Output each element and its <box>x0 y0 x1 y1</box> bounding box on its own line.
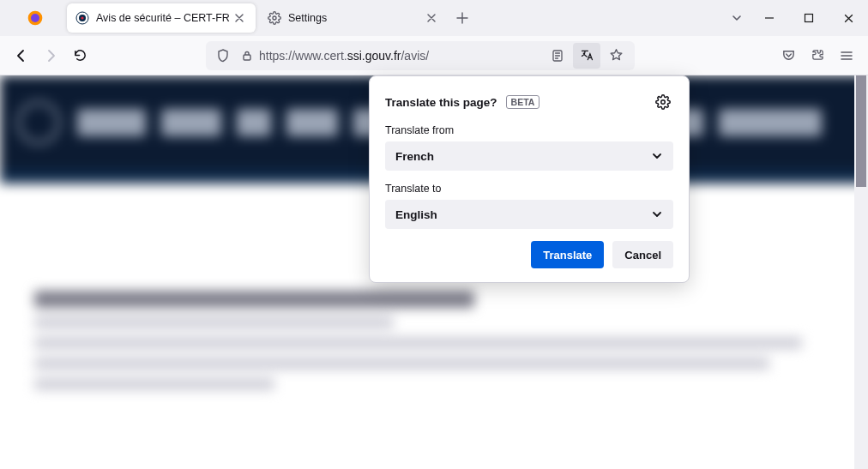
scrollbar-thumb[interactable] <box>856 75 866 187</box>
firefox-logo <box>5 9 65 27</box>
svg-point-1 <box>31 14 39 22</box>
translate-from-label: Translate from <box>385 124 673 136</box>
translate-from-value: French <box>395 150 434 163</box>
pocket-icon[interactable] <box>774 41 803 70</box>
tab-close-icon[interactable] <box>232 10 247 26</box>
translate-button[interactable]: Translate <box>531 241 604 268</box>
bookmark-star-icon[interactable] <box>602 43 630 69</box>
url-text: https://www.cert.ssi.gouv.fr/avis/ <box>259 49 542 63</box>
svg-rect-6 <box>805 15 813 22</box>
titlebar: Avis de sécurité – CERT-FR Settings <box>0 0 868 36</box>
nav-forward-button[interactable] <box>36 41 65 70</box>
beta-badge: BETA <box>506 95 540 109</box>
translate-to-value: English <box>395 208 437 221</box>
translate-icon[interactable] <box>573 43 600 69</box>
tab-favicon <box>75 11 89 25</box>
tab-title: Avis de sécurité – CERT-FR <box>96 12 232 24</box>
window-close-button[interactable] <box>829 0 868 36</box>
url-input[interactable]: https://www.cert.ssi.gouv.fr/avis/ <box>206 41 635 70</box>
window-controls <box>750 0 868 36</box>
vertical-scrollbar[interactable] <box>854 75 868 469</box>
translate-from-select[interactable]: French <box>385 141 673 171</box>
chevron-down-icon <box>651 208 663 220</box>
svg-point-4 <box>81 16 83 19</box>
svg-rect-7 <box>244 55 250 60</box>
address-bar: https://www.cert.ssi.gouv.fr/avis/ <box>0 36 868 75</box>
new-tab-button[interactable] <box>449 5 475 31</box>
extensions-icon[interactable] <box>803 41 832 70</box>
popup-settings-button[interactable] <box>653 92 673 112</box>
tabs-dropdown-icon[interactable] <box>724 5 750 31</box>
window-minimize-button[interactable] <box>750 0 789 36</box>
translate-to-select[interactable]: English <box>385 200 673 229</box>
svg-point-5 <box>273 16 276 20</box>
translate-popup: Translate this page? BETA Translate from… <box>369 75 690 283</box>
gear-icon <box>268 11 281 25</box>
cancel-button[interactable]: Cancel <box>612 241 673 268</box>
svg-point-9 <box>661 100 666 105</box>
app-menu-button[interactable] <box>832 41 861 70</box>
tab-active[interactable]: Avis de sécurité – CERT-FR <box>67 3 256 33</box>
tab-title: Settings <box>288 12 424 24</box>
translate-to-label: Translate to <box>385 183 673 195</box>
tab-close-icon[interactable] <box>424 10 439 26</box>
nav-back-button[interactable] <box>7 41 36 70</box>
shield-icon[interactable] <box>211 49 235 63</box>
lock-icon[interactable] <box>235 50 259 62</box>
window-maximize-button[interactable] <box>789 0 829 36</box>
popup-title: Translate this page? <box>385 96 497 109</box>
reader-mode-icon[interactable] <box>544 43 571 69</box>
chevron-down-icon <box>651 150 663 162</box>
nav-reload-button[interactable] <box>65 41 94 70</box>
tab-settings[interactable]: Settings <box>259 3 448 33</box>
